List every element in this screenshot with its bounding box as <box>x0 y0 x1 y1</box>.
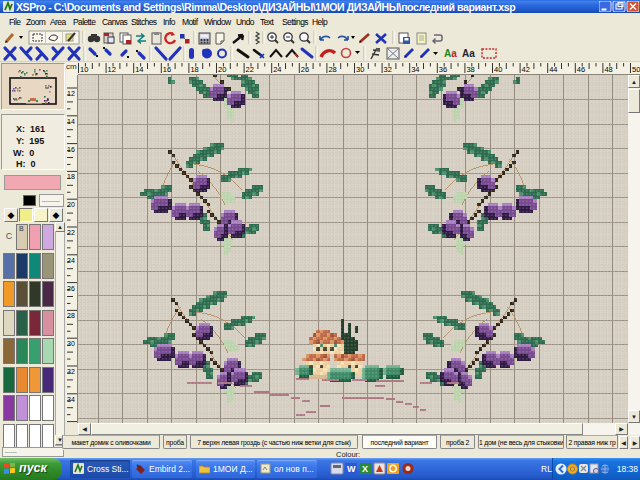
svg-text:30: 30 <box>67 340 75 347</box>
svg-text:20: 20 <box>218 65 226 74</box>
svg-text:14: 14 <box>67 118 75 125</box>
svg-text:40: 40 <box>494 65 502 74</box>
svg-text:46: 46 <box>577 65 585 74</box>
svg-text:Aa: Aa <box>462 48 475 59</box>
svg-text:16: 16 <box>67 146 75 153</box>
svg-text:42: 42 <box>522 65 530 74</box>
svg-text:34: 34 <box>411 65 419 74</box>
svg-text:Aa: Aa <box>444 48 457 59</box>
svg-text:24: 24 <box>273 65 281 74</box>
svg-text:22: 22 <box>67 229 75 236</box>
svg-text:X: X <box>362 464 368 474</box>
svg-text:44: 44 <box>549 65 557 74</box>
svg-text:38: 38 <box>466 65 474 74</box>
svg-text:30: 30 <box>356 65 364 74</box>
svg-text:16: 16 <box>163 65 171 74</box>
svg-text:26: 26 <box>67 285 75 292</box>
svg-text:34: 34 <box>67 396 75 403</box>
svg-text:24: 24 <box>67 257 75 264</box>
svg-text:36: 36 <box>439 65 447 74</box>
svg-text:32: 32 <box>384 65 392 74</box>
svg-text:50: 50 <box>632 65 640 74</box>
svg-text:14: 14 <box>135 65 143 74</box>
svg-text:28: 28 <box>67 312 75 319</box>
svg-text:22: 22 <box>246 65 254 74</box>
svg-text:28: 28 <box>328 65 336 74</box>
svg-text:12: 12 <box>67 90 75 97</box>
svg-text:18: 18 <box>67 173 75 180</box>
svg-text:32: 32 <box>67 368 75 375</box>
svg-text:W: W <box>347 464 356 474</box>
svg-text:12: 12 <box>108 65 116 74</box>
svg-text:18: 18 <box>190 65 198 74</box>
svg-text:20: 20 <box>67 201 75 208</box>
svg-text:10: 10 <box>80 65 88 74</box>
svg-text:26: 26 <box>301 65 309 74</box>
svg-text:48: 48 <box>604 65 612 74</box>
